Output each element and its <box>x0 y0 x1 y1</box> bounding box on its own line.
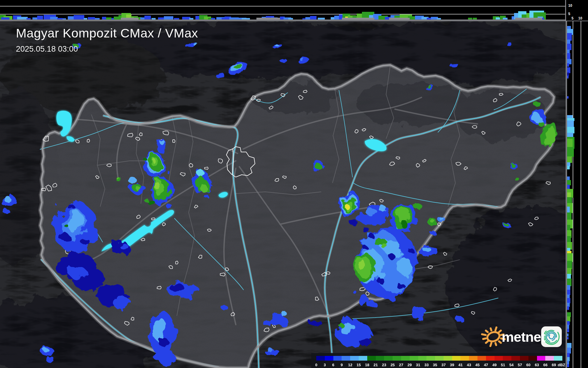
radar-echo <box>366 301 377 307</box>
dbz-scale-tick: 39 <box>450 363 454 367</box>
radar-echo <box>358 260 365 270</box>
radar-echo <box>368 234 374 238</box>
radar-echo <box>515 178 520 182</box>
radar-echo <box>388 254 396 259</box>
dbz-scale-segment <box>503 356 511 361</box>
dbz-scale-tick: 12 <box>348 363 352 367</box>
dbz-scale-tick: 57 <box>518 363 522 367</box>
radar-echo <box>339 323 344 327</box>
radar-echo <box>65 225 69 228</box>
dbz-scale-segment <box>469 356 477 361</box>
dbz-scale-segment <box>495 356 503 361</box>
dbz-scale-tick: 25 <box>391 363 395 367</box>
right-profile-strip <box>566 21 588 368</box>
dbz-scale-segment <box>376 356 384 361</box>
radar-echo <box>152 158 156 163</box>
radar-echo <box>506 43 512 46</box>
radar-map-canvas <box>0 0 588 368</box>
radar-echo <box>128 177 136 183</box>
terrain-base <box>0 21 588 368</box>
radar-echo <box>531 113 541 122</box>
dbz-scale-segment <box>444 356 452 361</box>
radar-echo <box>299 58 304 60</box>
radar-echo <box>315 164 322 170</box>
radar-echo <box>360 338 371 346</box>
dbz-scale-segment <box>342 356 350 361</box>
right-profile-tick-10: 10 <box>578 17 582 20</box>
dbz-scale-segment <box>460 356 469 361</box>
right-profile-tick-5: 5 <box>571 17 574 20</box>
dbz-scale-tick: 6 <box>332 363 334 367</box>
dbz-scale-segment <box>393 356 401 361</box>
dbz-scale-segment <box>350 356 359 361</box>
radar-echo <box>113 297 131 310</box>
radar-echo <box>377 277 384 283</box>
radar-echo <box>504 223 508 226</box>
dbz-scale-tick: 23 <box>382 363 386 367</box>
radar-echo <box>136 187 141 191</box>
dbz-scale-tick: 51 <box>501 363 505 367</box>
radar-echo <box>414 203 422 210</box>
dbz-scale-tick: 18 <box>365 363 369 367</box>
top-profile-strip <box>0 0 588 21</box>
dbz-scale-tick: 21 <box>373 363 378 367</box>
top-profile-tick-10: 10 <box>568 4 572 7</box>
dbz-scale-segment <box>528 356 537 361</box>
dbz-unit-label: dBZ <box>558 363 565 367</box>
radar-echo <box>533 101 541 107</box>
radar-echo <box>167 204 172 209</box>
dbz-scale-tick: 63 <box>535 363 539 367</box>
dbz-scale-segment <box>316 356 325 361</box>
radar-echo <box>275 45 279 47</box>
dbz-scale-segment <box>537 356 546 361</box>
dbz-scale-tick: 33 <box>424 363 429 367</box>
dbz-scale-segment <box>545 356 554 361</box>
dbz-scale-tick: 35 <box>433 363 437 367</box>
radar-echo <box>362 227 369 232</box>
dbz-scale-tick: 66 <box>543 363 547 367</box>
radar-echo <box>397 283 405 289</box>
radar-echo <box>538 121 544 127</box>
radar-echo <box>43 348 49 352</box>
dbz-scale-tick: 49 <box>492 363 496 367</box>
radar-echo <box>430 231 436 235</box>
radar-echo <box>440 218 444 221</box>
radar-echo <box>510 163 515 167</box>
radar-echo <box>81 239 90 245</box>
radar-echo <box>307 318 320 325</box>
dbz-scale-tick: 31 <box>416 363 420 367</box>
radar-echo <box>410 308 427 318</box>
radar-echo <box>155 350 175 364</box>
top-profile-tick-5: 5 <box>568 12 570 16</box>
dbz-scale-segment <box>325 356 333 361</box>
radar-echo <box>396 257 411 274</box>
dbz-scale-segment <box>384 356 393 361</box>
radar-echo <box>71 268 88 281</box>
dbz-scale-segment <box>452 356 461 361</box>
dbz-scale-tick: 47 <box>484 363 488 367</box>
radar-echo <box>341 325 358 336</box>
dbz-scale-tick: 3 <box>324 363 326 367</box>
radar-echo <box>144 199 149 202</box>
radar-echo <box>143 158 147 161</box>
dbz-colorbar: dBZ 036912151821232527293133353739414345… <box>311 353 565 368</box>
dbz-scale-tick: 9 <box>341 363 343 367</box>
dbz-scale-segment <box>486 356 495 361</box>
dbz-scale-segment <box>477 356 486 361</box>
radar-echo <box>430 219 434 223</box>
radar-echo <box>117 178 120 180</box>
radar-echo <box>58 232 69 240</box>
radar-echo <box>456 317 464 322</box>
dbz-scale-tick: 45 <box>475 363 480 367</box>
dbz-scale-segment <box>511 356 520 361</box>
radar-echo <box>280 59 287 63</box>
radar-echo <box>2 209 9 213</box>
radar-echo <box>159 140 165 145</box>
radar-echo <box>408 248 414 253</box>
radar-echo <box>401 220 407 228</box>
radar-echo <box>221 305 228 310</box>
dbz-scale-segment <box>554 356 562 361</box>
radar-echo <box>204 194 209 198</box>
radar-echo <box>378 205 386 211</box>
radar-echo <box>267 348 272 352</box>
